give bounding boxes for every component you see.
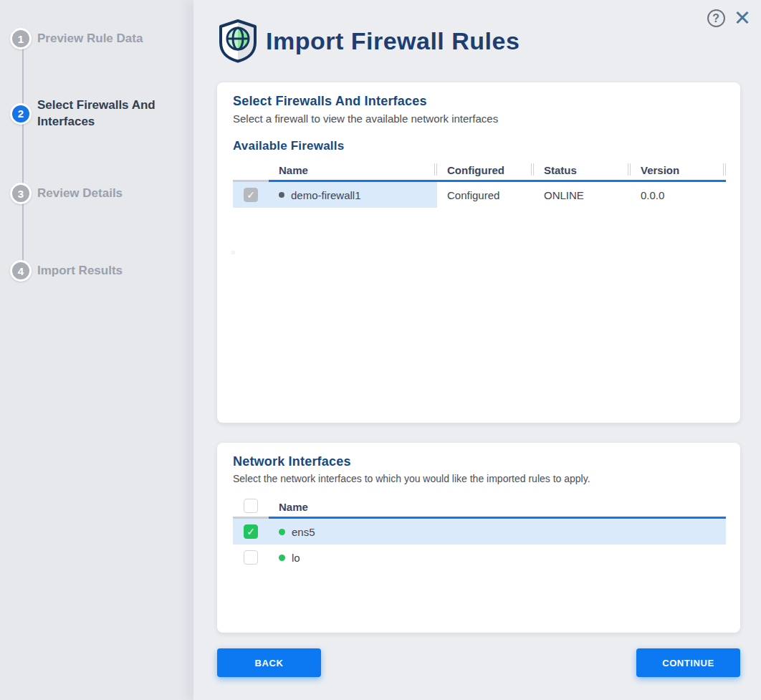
step-2-label: Select Firewalls And Interfaces [37, 97, 186, 130]
step-import-results[interactable]: 4 Import Results [10, 260, 186, 282]
select-firewalls-card: Select Firewalls And Interfaces Select a… [217, 82, 740, 423]
firewalls-card-title: Select Firewalls And Interfaces [233, 94, 724, 109]
column-label-status: Status [544, 164, 577, 176]
step-2-circle: 2 [10, 103, 32, 125]
step-3-label: Review Details [37, 186, 123, 202]
help-icon[interactable]: ? [707, 9, 725, 27]
firewall-row-version-cell: 0.0.0 [631, 189, 726, 201]
interface-checkbox-unchecked[interactable] [244, 550, 258, 565]
interfaces-select-all-cell [233, 494, 269, 519]
step-preview-rule-data[interactable]: 1 Preview Rule Data [10, 28, 186, 49]
interface-row-name-cell: lo [269, 552, 726, 564]
interfaces-name-column-header[interactable]: Name [269, 497, 726, 519]
interface-name: ens5 [292, 526, 315, 538]
column-label-name: Name [279, 501, 308, 513]
continue-button[interactable]: CONTINUE [636, 648, 740, 677]
firewall-version-value: 0.0.0 [631, 189, 726, 201]
wizard-footer: BACK CONTINUE [217, 648, 740, 677]
firewall-row-demo-firewall1[interactable]: ✓ demo-firewall1 Configured ONLINE 0.0.0 [233, 182, 726, 208]
interface-checkbox-checked[interactable]: ✓ [244, 524, 258, 539]
dialog-title: Import Firewall Rules [266, 27, 520, 55]
import-firewall-rules-wizard: Type to filter by name Summary Name Allo… [0, 0, 761, 700]
interface-row-ens5[interactable]: ✓ ens5 [233, 519, 726, 545]
dialog-header: Import Firewall Rules [217, 19, 520, 63]
firewall-name: demo-firewall1 [291, 189, 361, 201]
firewalls-name-column-header[interactable]: Name [269, 160, 437, 182]
step-review-details[interactable]: 3 Review Details [10, 183, 186, 204]
step-3-circle: 3 [10, 183, 32, 204]
shield-globe-icon [217, 19, 259, 63]
network-interfaces-card: Network Interfaces Select the network in… [217, 443, 740, 633]
available-firewalls-title: Available Firewalls [233, 139, 724, 153]
column-label-configured: Configured [447, 164, 504, 176]
select-all-checkbox[interactable] [244, 499, 258, 513]
loading-artifact-dot [231, 251, 235, 254]
interfaces-card-subtitle: Select the network interfaces to which y… [233, 473, 724, 484]
interface-row-checkbox-cell [233, 550, 269, 565]
interface-status-dot [279, 555, 285, 561]
close-icon[interactable]: ✕ [734, 9, 751, 27]
interface-row-checkbox-cell: ✓ [233, 524, 269, 539]
interface-name: lo [292, 552, 300, 564]
step-4-label: Import Results [37, 263, 123, 279]
firewall-row-status-cell: ONLINE [534, 189, 631, 201]
column-divider[interactable] [723, 163, 726, 176]
firewalls-table-header: Name Configured Status Version [233, 160, 726, 182]
firewalls-table: Name Configured Status Version [233, 160, 726, 208]
firewalls-status-column-header[interactable]: Status [534, 160, 631, 182]
firewall-status-dot [279, 192, 284, 198]
firewall-row-checkbox-cell: ✓ [233, 182, 269, 208]
firewall-row-configured-cell: Configured [437, 189, 534, 201]
firewalls-checkbox-column-header [233, 160, 269, 182]
step-1-circle: 1 [10, 28, 32, 49]
stepper-connector-line [22, 41, 24, 273]
firewalls-card-subtitle: Select a firewall to view the available … [233, 112, 724, 125]
firewall-checkbox-checked-disabled[interactable]: ✓ [244, 188, 258, 202]
step-select-firewalls[interactable]: 2 Select Firewalls And Interfaces [10, 97, 186, 130]
firewalls-configured-column-header[interactable]: Configured [437, 160, 534, 182]
interface-status-dot [279, 529, 285, 535]
interfaces-table-header: Name [233, 497, 726, 519]
interfaces-card-title: Network Interfaces [233, 454, 724, 469]
interface-row-name-cell: ens5 [269, 526, 726, 538]
back-button[interactable]: BACK [217, 648, 321, 677]
firewalls-version-column-header[interactable]: Version [631, 160, 726, 182]
interfaces-table: Name ✓ ens5 lo [233, 497, 726, 570]
wizard-stepper-sidebar: 1 Preview Rule Data 2 Select Firewalls A… [0, 0, 193, 700]
column-label-version: Version [641, 164, 679, 176]
firewall-row-name-cell: demo-firewall1 [269, 182, 437, 208]
step-1-label: Preview Rule Data [37, 31, 143, 47]
column-label-name: Name [279, 164, 308, 176]
window-controls: ? ✕ [707, 9, 751, 27]
firewall-configured-value: Configured [437, 189, 534, 201]
step-4-circle: 4 [10, 260, 32, 282]
interface-row-lo[interactable]: lo [233, 545, 726, 570]
firewall-status-value: ONLINE [534, 189, 631, 201]
wizard-main-panel: ? ✕ Import Fi [193, 0, 761, 700]
